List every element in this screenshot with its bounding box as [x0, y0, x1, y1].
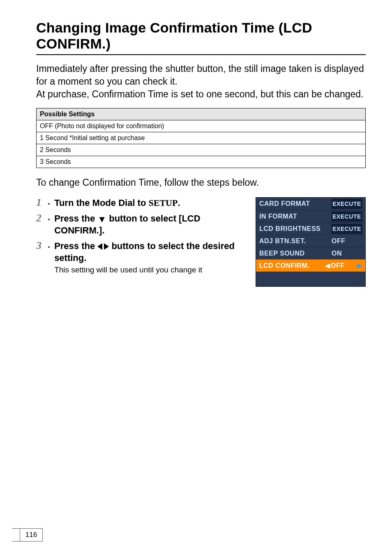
- steps-list: 1. Turn the Mode Dial to SETUP. 2. Press…: [36, 197, 250, 287]
- svg-marker-0: [97, 243, 102, 250]
- setup-word: SETUP: [148, 198, 178, 208]
- triangle-left-right-icon: [97, 241, 109, 253]
- settings-row: OFF (Photo not displayed for confirmatio…: [37, 120, 366, 132]
- title-rule: [36, 54, 366, 55]
- step-number: 3: [36, 240, 47, 251]
- svg-marker-1: [104, 243, 109, 250]
- settings-row: 3 Seconds: [37, 156, 366, 168]
- step-subtext: This setting will be used until you chan…: [54, 265, 250, 274]
- step-3: 3. Press the buttons to select the desir…: [36, 240, 250, 274]
- menu-row: CARD FORMATEXECUTE: [256, 198, 365, 210]
- intro-paragraph: Immediately after pressing the shutter b…: [36, 62, 366, 101]
- menu-row: BEEP SOUNDON: [256, 247, 365, 259]
- step-lead: Press the ▼ button to select [LCD CONFIR…: [54, 213, 201, 236]
- menu-row-selected: LCD CONFIRM.OFF: [256, 259, 365, 272]
- settings-header: Possible Settings: [37, 108, 366, 120]
- settings-row: 1 Second *Initial setting at purchase: [37, 132, 366, 144]
- menu-row: ADJ BTN.SET.OFF: [256, 235, 365, 247]
- follow-text: To change Confirmation Time, follow the …: [36, 177, 366, 188]
- settings-row: 2 Seconds: [37, 144, 366, 156]
- steps-area: 1. Turn the Mode Dial to SETUP. 2. Press…: [36, 197, 366, 287]
- step-number: 2: [36, 213, 47, 224]
- page: Changing Image Confirmation Time (LCD CO…: [0, 0, 392, 553]
- page-number: 116: [20, 528, 43, 541]
- step-number: 1: [36, 197, 47, 208]
- settings-table: Possible Settings OFF (Photo not display…: [36, 108, 366, 168]
- step-2: 2. Press the ▼ button to select [LCD CON…: [36, 213, 250, 236]
- menu-row: LCD BRIGHTNESSEXECUTE: [256, 222, 365, 235]
- step-lead: Press the buttons to select the desired …: [54, 241, 235, 263]
- triangle-down-icon: ▼: [97, 214, 106, 225]
- page-title: Changing Image Confirmation Time (LCD CO…: [36, 20, 366, 52]
- step-lead: Turn the Mode Dial to SETUP.: [54, 198, 180, 208]
- lcd-menu-screenshot: CARD FORMATEXECUTE IN FORMATEXECUTE LCD …: [256, 197, 366, 287]
- step-1: 1. Turn the Mode Dial to SETUP.: [36, 197, 250, 209]
- menu-row: IN FORMATEXECUTE: [256, 210, 365, 222]
